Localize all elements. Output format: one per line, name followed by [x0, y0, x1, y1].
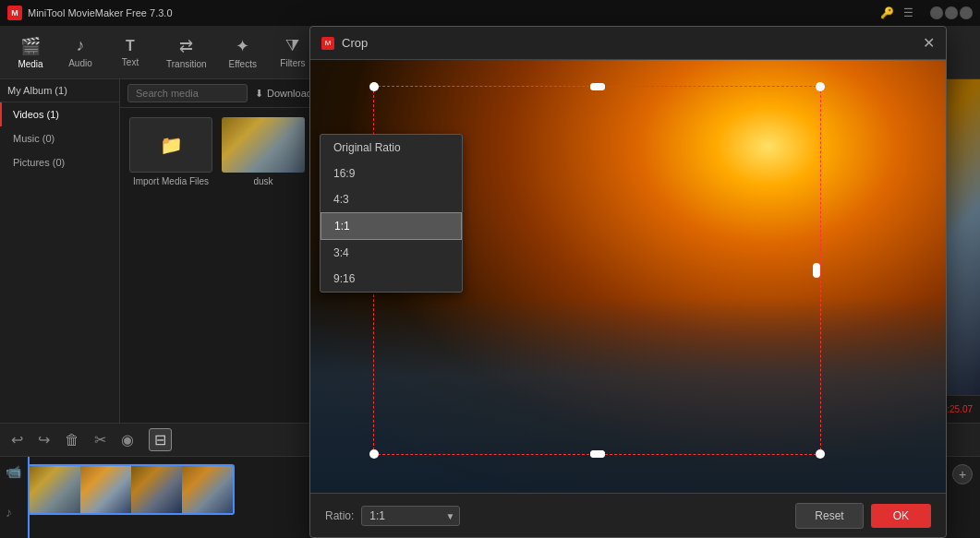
timeline-clip[interactable]: [28, 464, 235, 515]
sidebar-item-music[interactable]: Music (0): [0, 126, 119, 150]
toolbar-effects-label: Effects: [229, 59, 257, 69]
ratio-select-wrapper: 1:1 Original Ratio 16:9 4:3 3:4 9:16 ▼: [361, 506, 460, 526]
ratio-select[interactable]: 1:1 Original Ratio 16:9 4:3 3:4 9:16: [361, 506, 460, 526]
toolbar-item-text[interactable]: T Text: [107, 34, 153, 71]
import-label: Import Media Files: [133, 176, 209, 186]
media-icon: 🎬: [20, 36, 41, 56]
toolbar-item-audio[interactable]: ♪ Audio: [57, 32, 103, 72]
ratio-label: Ratio:: [325, 509, 354, 522]
ratio-dropdown: Original Ratio 16:9 4:3 1:1 3:4 9:16: [320, 134, 463, 293]
crop-dialog-title: Crop: [342, 36, 923, 50]
audio-track-icon: ♪: [6, 505, 21, 520]
import-icon: 📁: [160, 134, 183, 156]
sidebar-item-pictures[interactable]: Pictures (0): [0, 150, 119, 174]
water-overlay: [310, 298, 946, 493]
ratio-option-16-9[interactable]: 16:9: [321, 161, 462, 186]
dusk-thumb[interactable]: dusk: [222, 117, 305, 413]
timeline-cursor: [28, 457, 30, 538]
import-media-thumb[interactable]: 📁 Import Media Files: [129, 117, 212, 413]
toolbar-media-label: Media: [18, 59, 42, 69]
window-controls[interactable]: [930, 6, 973, 19]
download-icon: ⬇: [255, 88, 263, 100]
ratio-option-4-3[interactable]: 4:3: [321, 186, 462, 212]
sidebar-header: My Album (1): [0, 79, 119, 102]
audio-icon: ♪: [77, 36, 85, 55]
toolbar-filters-label: Filters: [280, 58, 305, 68]
ratio-option-3-4[interactable]: 3:4: [321, 240, 462, 266]
video-track-icon: 📹: [6, 464, 21, 479]
toolbar-text-label: Text: [122, 57, 139, 67]
dusk-label: dusk: [253, 176, 272, 186]
titlebar-icons: 🔑 ☰: [880, 6, 913, 19]
clip-frame-4: [182, 466, 233, 513]
key-icon: 🔑: [880, 6, 894, 19]
crop-dialog-logo: M: [321, 37, 334, 50]
toolbar-audio-label: Audio: [68, 58, 92, 68]
app-title: MiniTool MovieMaker Free 7.3.0: [28, 7, 875, 18]
crop-dialog-header: M Crop ✕: [310, 27, 946, 60]
delete-button[interactable]: 🗑: [65, 432, 79, 448]
toolbar-item-transition[interactable]: ⇄ Transition: [157, 32, 216, 73]
crop-video-area: Original Ratio 16:9 4:3 1:1 3:4 9:16: [310, 60, 946, 493]
redo-button[interactable]: ↪: [38, 431, 50, 448]
menu-icon: ☰: [903, 6, 913, 19]
close-button[interactable]: [960, 6, 973, 19]
download-button[interactable]: ⬇ Download: [255, 88, 312, 100]
clip-frame-1: [30, 466, 80, 513]
clip-frame-2: [80, 466, 131, 513]
ratio-option-9-16[interactable]: 9:16: [321, 266, 462, 292]
dusk-thumbnail: [222, 117, 305, 173]
ratio-option-1-1[interactable]: 1:1: [321, 212, 462, 240]
toolbar-item-effects[interactable]: ✦ Effects: [220, 32, 266, 73]
sidebar: My Album (1) Videos (1) Music (0) Pictur…: [0, 79, 120, 423]
text-icon: T: [126, 38, 135, 54]
transition-icon: ⇄: [179, 36, 193, 56]
timeline-side-icons: 📹 ♪: [6, 464, 21, 520]
crop-close-button[interactable]: ✕: [923, 36, 935, 51]
ok-button[interactable]: OK: [871, 504, 931, 528]
maximize-button[interactable]: [945, 6, 958, 19]
timeline-add-button[interactable]: +: [952, 464, 973, 484]
toolbar-transition-label: Transition: [166, 59, 207, 69]
crop-dialog: M Crop ✕: [309, 26, 947, 538]
undo-button[interactable]: ↩: [11, 431, 23, 448]
audio-button[interactable]: ◉: [121, 431, 134, 448]
filters-icon: ⧩: [285, 36, 299, 55]
minimize-button[interactable]: [930, 6, 943, 19]
crop-footer: Ratio: 1:1 Original Ratio 16:9 4:3 3:4 9…: [310, 493, 946, 537]
search-input[interactable]: [127, 84, 248, 102]
import-media-box: 📁: [129, 117, 212, 173]
crop-timeline-button[interactable]: ⊟: [149, 428, 172, 451]
app-logo: M: [7, 6, 22, 20]
cut-button[interactable]: ✂: [94, 431, 106, 448]
reset-button[interactable]: Reset: [795, 503, 863, 529]
toolbar-item-media[interactable]: 🎬 Media: [7, 32, 54, 73]
sidebar-item-videos[interactable]: Videos (1): [0, 102, 119, 126]
clip-frame-3: [131, 466, 182, 513]
effects-icon: ✦: [236, 36, 249, 56]
ratio-option-original[interactable]: Original Ratio: [321, 135, 462, 161]
crop-body: Original Ratio 16:9 4:3 1:1 3:4 9:16: [310, 60, 946, 493]
titlebar: M MiniTool MovieMaker Free 7.3.0 🔑 ☰: [0, 0, 980, 26]
